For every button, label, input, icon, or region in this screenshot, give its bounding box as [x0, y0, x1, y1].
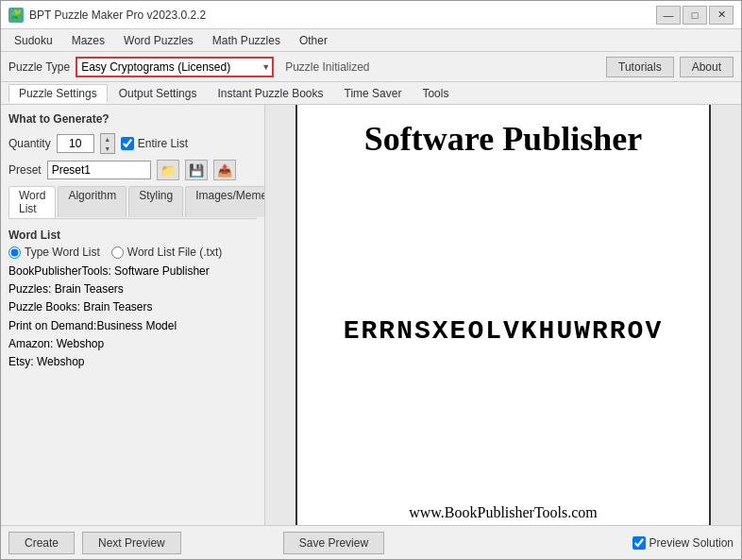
tab-word-list[interactable]: Word List — [8, 186, 56, 218]
sec-menu-output-settings[interactable]: Output Settings — [110, 85, 207, 102]
quantity-spinner: ▲ ▼ — [100, 133, 115, 154]
status-right: Preview Solution — [632, 536, 734, 550]
puzzle-type-wrapper: Easy Cryptograms (Licensed) — [76, 57, 274, 77]
type-word-list-label[interactable]: Type Word List — [8, 246, 100, 259]
word-list-file-radio[interactable] — [111, 246, 124, 259]
preview-solution-checkbox[interactable] — [632, 536, 646, 550]
title-bar: 🧩 BPT Puzzle Maker Pro v2023.0.2.2 — □ ✕ — [1, 1, 741, 29]
toolbar-right: Tutorials About — [606, 57, 734, 77]
preset-input[interactable] — [47, 161, 151, 179]
secondary-menu: Puzzle Settings Output Settings Instant … — [1, 82, 741, 105]
save-preview-button[interactable]: Save Preview — [283, 532, 384, 554]
puzzle-preview: Software Publisher ERRNSXEOLVKHUWRROV ww… — [295, 105, 711, 525]
tab-algorithm[interactable]: Algorithm — [58, 186, 126, 217]
word-list-file-label[interactable]: Word List File (.txt) — [111, 246, 222, 259]
word-list-text: BookPublisherTools: Software Publisher P… — [8, 263, 257, 371]
preset-label: Preset — [8, 163, 42, 177]
status-bar: Create Next Preview Save Preview Preview… — [1, 525, 741, 559]
tab-styling[interactable]: Styling — [128, 186, 183, 217]
menu-item-mazes[interactable]: Mazes — [62, 32, 114, 49]
menu-item-word-puzzles[interactable]: Word Puzzles — [114, 32, 203, 49]
close-button[interactable]: ✕ — [709, 6, 734, 25]
word-list-file-text: Word List File (.txt) — [127, 246, 222, 259]
quantity-up-button[interactable]: ▲ — [101, 134, 114, 144]
word-list-item-2: Puzzle Books: Brain Teasers — [8, 298, 257, 316]
quantity-label: Quantity — [8, 137, 51, 150]
left-panel: What to Generate? Quantity ▲ ▼ Entire Li… — [1, 105, 265, 525]
quantity-down-button[interactable]: ▼ — [101, 144, 114, 153]
puzzle-encoded: ERRNSXEOLVKHUWRROV — [344, 316, 663, 346]
sec-menu-instant-puzzle-books[interactable]: Instant Puzzle Books — [208, 85, 332, 102]
radio-group: Type Word List Word List File (.txt) — [8, 246, 257, 259]
puzzle-type-label: Puzzle Type — [8, 60, 70, 74]
tutorials-button[interactable]: Tutorials — [606, 57, 674, 77]
sec-menu-puzzle-settings[interactable]: Puzzle Settings — [8, 84, 108, 103]
minimize-button[interactable]: — — [656, 6, 681, 25]
quantity-input[interactable] — [57, 134, 94, 153]
maximize-button[interactable]: □ — [683, 6, 707, 25]
next-preview-button[interactable]: Next Preview — [82, 532, 181, 554]
title-bar-left: 🧩 BPT Puzzle Maker Pro v2023.0.2.2 — [8, 8, 206, 23]
word-list-item-3: Print on Demand:Business Model — [8, 317, 257, 335]
preset-save-button[interactable]: 💾 — [185, 160, 208, 180]
puzzle-initialized-label: Puzzle Initialized — [285, 60, 369, 74]
tab-bar: Word List Algorithm Styling Images/Memes — [8, 186, 257, 219]
main-content: What to Generate? Quantity ▲ ▼ Entire Li… — [1, 105, 741, 525]
entire-list-label: Entire List — [138, 137, 188, 150]
preview-solution-label[interactable]: Preview Solution — [632, 536, 734, 550]
what-to-generate-label: What to Generate? — [8, 112, 257, 126]
entire-list-checkbox[interactable] — [121, 137, 134, 150]
sec-menu-time-saver[interactable]: Time Saver — [335, 85, 412, 102]
word-list-item-5: Etsy: Webshop — [8, 353, 257, 371]
create-button[interactable]: Create — [8, 532, 75, 554]
menu-item-sudoku[interactable]: Sudoku — [5, 32, 62, 49]
quantity-row: Quantity ▲ ▼ Entire List — [8, 133, 257, 154]
word-list-section-label: Word List — [8, 229, 257, 242]
puzzle-title: Software Publisher — [364, 119, 642, 159]
word-list-section: Word List Type Word List Word List File … — [8, 229, 257, 371]
right-panel: Software Publisher ERRNSXEOLVKHUWRROV ww… — [265, 105, 741, 525]
menu-bar: Sudoku Mazes Word Puzzles Math Puzzles O… — [1, 29, 741, 52]
type-word-list-text: Type Word List — [25, 246, 100, 259]
tab-images-memes[interactable]: Images/Memes — [185, 186, 265, 217]
entire-list-checkbox-label[interactable]: Entire List — [121, 137, 188, 150]
preset-export-button[interactable]: 📤 — [213, 160, 236, 180]
puzzle-type-select[interactable]: Easy Cryptograms (Licensed) — [76, 57, 274, 77]
word-list-item-1: Puzzles: Brain Teasers — [8, 280, 257, 298]
preset-row: Preset 📁 💾 📤 — [8, 160, 257, 180]
menu-item-math-puzzles[interactable]: Math Puzzles — [203, 32, 290, 49]
type-word-list-radio[interactable] — [8, 246, 21, 259]
window-controls: — □ ✕ — [656, 6, 734, 25]
sec-menu-tools[interactable]: Tools — [413, 85, 458, 102]
menu-item-other[interactable]: Other — [290, 32, 337, 49]
word-list-item-4: Amazon: Webshop — [8, 335, 257, 353]
app-icon: 🧩 — [8, 8, 24, 23]
word-list-item-0: BookPublisherTools: Software Publisher — [8, 263, 257, 280]
preset-folder-button[interactable]: 📁 — [157, 160, 179, 180]
preview-solution-text: Preview Solution — [649, 536, 734, 550]
main-window: 🧩 BPT Puzzle Maker Pro v2023.0.2.2 — □ ✕… — [0, 0, 742, 560]
toolbar: Puzzle Type Easy Cryptograms (Licensed) … — [1, 52, 741, 82]
puzzle-website: www.BookPublisherTools.com — [409, 504, 598, 521]
about-button[interactable]: About — [680, 57, 734, 77]
window-title: BPT Puzzle Maker Pro v2023.0.2.2 — [29, 8, 206, 22]
